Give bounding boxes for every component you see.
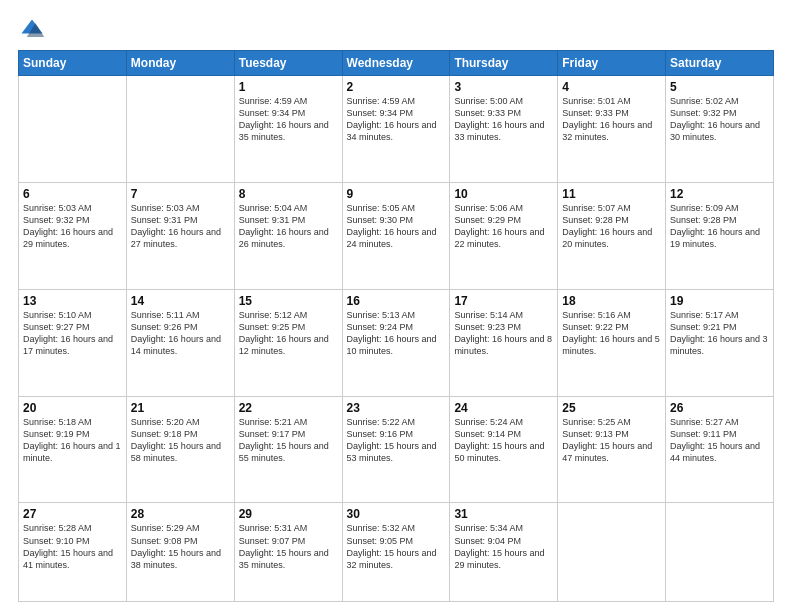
logo-icon bbox=[18, 16, 46, 44]
day-number: 11 bbox=[562, 187, 661, 201]
week-row-2: 6Sunrise: 5:03 AM Sunset: 9:32 PM Daylig… bbox=[19, 182, 774, 289]
calendar-cell: 5Sunrise: 5:02 AM Sunset: 9:32 PM Daylig… bbox=[666, 76, 774, 183]
weekday-header-wednesday: Wednesday bbox=[342, 51, 450, 76]
day-number: 9 bbox=[347, 187, 446, 201]
calendar-cell: 1Sunrise: 4:59 AM Sunset: 9:34 PM Daylig… bbox=[234, 76, 342, 183]
week-row-4: 20Sunrise: 5:18 AM Sunset: 9:19 PM Dayli… bbox=[19, 396, 774, 503]
day-number: 25 bbox=[562, 401, 661, 415]
day-info: Sunrise: 5:12 AM Sunset: 9:25 PM Dayligh… bbox=[239, 309, 338, 358]
weekday-header-thursday: Thursday bbox=[450, 51, 558, 76]
calendar-cell: 13Sunrise: 5:10 AM Sunset: 9:27 PM Dayli… bbox=[19, 289, 127, 396]
calendar-cell: 6Sunrise: 5:03 AM Sunset: 9:32 PM Daylig… bbox=[19, 182, 127, 289]
week-row-5: 27Sunrise: 5:28 AM Sunset: 9:10 PM Dayli… bbox=[19, 503, 774, 602]
day-number: 14 bbox=[131, 294, 230, 308]
day-number: 1 bbox=[239, 80, 338, 94]
weekday-header-sunday: Sunday bbox=[19, 51, 127, 76]
day-number: 24 bbox=[454, 401, 553, 415]
day-info: Sunrise: 5:28 AM Sunset: 9:10 PM Dayligh… bbox=[23, 522, 122, 571]
day-number: 31 bbox=[454, 507, 553, 521]
day-info: Sunrise: 5:24 AM Sunset: 9:14 PM Dayligh… bbox=[454, 416, 553, 465]
day-number: 23 bbox=[347, 401, 446, 415]
day-info: Sunrise: 5:16 AM Sunset: 9:22 PM Dayligh… bbox=[562, 309, 661, 358]
day-info: Sunrise: 5:06 AM Sunset: 9:29 PM Dayligh… bbox=[454, 202, 553, 251]
calendar-cell: 18Sunrise: 5:16 AM Sunset: 9:22 PM Dayli… bbox=[558, 289, 666, 396]
calendar-cell bbox=[19, 76, 127, 183]
calendar-cell: 27Sunrise: 5:28 AM Sunset: 9:10 PM Dayli… bbox=[19, 503, 127, 602]
calendar-cell: 21Sunrise: 5:20 AM Sunset: 9:18 PM Dayli… bbox=[126, 396, 234, 503]
day-number: 12 bbox=[670, 187, 769, 201]
calendar-cell: 4Sunrise: 5:01 AM Sunset: 9:33 PM Daylig… bbox=[558, 76, 666, 183]
day-info: Sunrise: 5:22 AM Sunset: 9:16 PM Dayligh… bbox=[347, 416, 446, 465]
calendar-cell: 30Sunrise: 5:32 AM Sunset: 9:05 PM Dayli… bbox=[342, 503, 450, 602]
calendar-cell: 28Sunrise: 5:29 AM Sunset: 9:08 PM Dayli… bbox=[126, 503, 234, 602]
calendar-cell: 12Sunrise: 5:09 AM Sunset: 9:28 PM Dayli… bbox=[666, 182, 774, 289]
calendar-cell bbox=[558, 503, 666, 602]
header bbox=[18, 16, 774, 44]
weekday-header-friday: Friday bbox=[558, 51, 666, 76]
calendar-cell: 23Sunrise: 5:22 AM Sunset: 9:16 PM Dayli… bbox=[342, 396, 450, 503]
weekday-header-row: SundayMondayTuesdayWednesdayThursdayFrid… bbox=[19, 51, 774, 76]
weekday-header-saturday: Saturday bbox=[666, 51, 774, 76]
day-number: 20 bbox=[23, 401, 122, 415]
day-info: Sunrise: 5:31 AM Sunset: 9:07 PM Dayligh… bbox=[239, 522, 338, 571]
calendar-cell: 15Sunrise: 5:12 AM Sunset: 9:25 PM Dayli… bbox=[234, 289, 342, 396]
day-info: Sunrise: 5:20 AM Sunset: 9:18 PM Dayligh… bbox=[131, 416, 230, 465]
day-number: 2 bbox=[347, 80, 446, 94]
day-info: Sunrise: 5:11 AM Sunset: 9:26 PM Dayligh… bbox=[131, 309, 230, 358]
day-number: 6 bbox=[23, 187, 122, 201]
calendar-cell: 26Sunrise: 5:27 AM Sunset: 9:11 PM Dayli… bbox=[666, 396, 774, 503]
day-info: Sunrise: 5:13 AM Sunset: 9:24 PM Dayligh… bbox=[347, 309, 446, 358]
day-info: Sunrise: 5:00 AM Sunset: 9:33 PM Dayligh… bbox=[454, 95, 553, 144]
day-number: 28 bbox=[131, 507, 230, 521]
day-info: Sunrise: 4:59 AM Sunset: 9:34 PM Dayligh… bbox=[239, 95, 338, 144]
page: SundayMondayTuesdayWednesdayThursdayFrid… bbox=[0, 0, 792, 612]
week-row-1: 1Sunrise: 4:59 AM Sunset: 9:34 PM Daylig… bbox=[19, 76, 774, 183]
calendar-table: SundayMondayTuesdayWednesdayThursdayFrid… bbox=[18, 50, 774, 602]
calendar-cell bbox=[666, 503, 774, 602]
day-number: 18 bbox=[562, 294, 661, 308]
day-number: 15 bbox=[239, 294, 338, 308]
calendar-cell: 25Sunrise: 5:25 AM Sunset: 9:13 PM Dayli… bbox=[558, 396, 666, 503]
day-info: Sunrise: 4:59 AM Sunset: 9:34 PM Dayligh… bbox=[347, 95, 446, 144]
day-info: Sunrise: 5:25 AM Sunset: 9:13 PM Dayligh… bbox=[562, 416, 661, 465]
calendar-cell: 29Sunrise: 5:31 AM Sunset: 9:07 PM Dayli… bbox=[234, 503, 342, 602]
weekday-header-monday: Monday bbox=[126, 51, 234, 76]
day-info: Sunrise: 5:04 AM Sunset: 9:31 PM Dayligh… bbox=[239, 202, 338, 251]
day-info: Sunrise: 5:07 AM Sunset: 9:28 PM Dayligh… bbox=[562, 202, 661, 251]
day-number: 21 bbox=[131, 401, 230, 415]
day-info: Sunrise: 5:09 AM Sunset: 9:28 PM Dayligh… bbox=[670, 202, 769, 251]
day-number: 30 bbox=[347, 507, 446, 521]
calendar-cell: 8Sunrise: 5:04 AM Sunset: 9:31 PM Daylig… bbox=[234, 182, 342, 289]
calendar-cell: 19Sunrise: 5:17 AM Sunset: 9:21 PM Dayli… bbox=[666, 289, 774, 396]
day-number: 22 bbox=[239, 401, 338, 415]
day-number: 10 bbox=[454, 187, 553, 201]
day-info: Sunrise: 5:21 AM Sunset: 9:17 PM Dayligh… bbox=[239, 416, 338, 465]
day-info: Sunrise: 5:02 AM Sunset: 9:32 PM Dayligh… bbox=[670, 95, 769, 144]
calendar-cell bbox=[126, 76, 234, 183]
day-number: 27 bbox=[23, 507, 122, 521]
day-info: Sunrise: 5:34 AM Sunset: 9:04 PM Dayligh… bbox=[454, 522, 553, 571]
calendar-cell: 11Sunrise: 5:07 AM Sunset: 9:28 PM Dayli… bbox=[558, 182, 666, 289]
calendar-cell: 3Sunrise: 5:00 AM Sunset: 9:33 PM Daylig… bbox=[450, 76, 558, 183]
day-number: 4 bbox=[562, 80, 661, 94]
day-number: 29 bbox=[239, 507, 338, 521]
day-info: Sunrise: 5:14 AM Sunset: 9:23 PM Dayligh… bbox=[454, 309, 553, 358]
logo bbox=[18, 16, 50, 44]
day-number: 5 bbox=[670, 80, 769, 94]
calendar-cell: 22Sunrise: 5:21 AM Sunset: 9:17 PM Dayli… bbox=[234, 396, 342, 503]
calendar-cell: 14Sunrise: 5:11 AM Sunset: 9:26 PM Dayli… bbox=[126, 289, 234, 396]
calendar-cell: 16Sunrise: 5:13 AM Sunset: 9:24 PM Dayli… bbox=[342, 289, 450, 396]
day-info: Sunrise: 5:10 AM Sunset: 9:27 PM Dayligh… bbox=[23, 309, 122, 358]
day-number: 26 bbox=[670, 401, 769, 415]
day-info: Sunrise: 5:05 AM Sunset: 9:30 PM Dayligh… bbox=[347, 202, 446, 251]
day-info: Sunrise: 5:29 AM Sunset: 9:08 PM Dayligh… bbox=[131, 522, 230, 571]
day-number: 3 bbox=[454, 80, 553, 94]
day-info: Sunrise: 5:03 AM Sunset: 9:32 PM Dayligh… bbox=[23, 202, 122, 251]
calendar-cell: 10Sunrise: 5:06 AM Sunset: 9:29 PM Dayli… bbox=[450, 182, 558, 289]
calendar-cell: 2Sunrise: 4:59 AM Sunset: 9:34 PM Daylig… bbox=[342, 76, 450, 183]
calendar-cell: 17Sunrise: 5:14 AM Sunset: 9:23 PM Dayli… bbox=[450, 289, 558, 396]
day-info: Sunrise: 5:01 AM Sunset: 9:33 PM Dayligh… bbox=[562, 95, 661, 144]
day-number: 8 bbox=[239, 187, 338, 201]
week-row-3: 13Sunrise: 5:10 AM Sunset: 9:27 PM Dayli… bbox=[19, 289, 774, 396]
calendar-cell: 9Sunrise: 5:05 AM Sunset: 9:30 PM Daylig… bbox=[342, 182, 450, 289]
